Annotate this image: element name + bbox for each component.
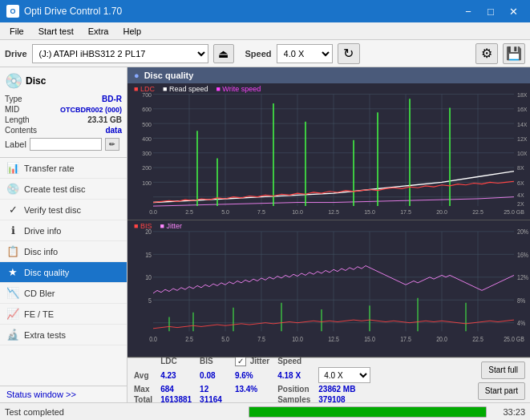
progress-bar-container [249, 406, 488, 418]
label-row: Label ✏ [5, 138, 122, 151]
svg-text:25.0 GB: 25.0 GB [504, 208, 524, 216]
sidebar-item-cd-bler[interactable]: 📉 CD Bler [0, 283, 127, 304]
chart1-legend: ■ LDC ■ Read speed ■ Write speed [134, 85, 261, 93]
status-text: Test completed [5, 407, 242, 417]
svg-text:10X: 10X [517, 150, 527, 158]
ldc-total: 1613881 [159, 394, 198, 402]
svg-text:12.5: 12.5 [328, 336, 339, 344]
svg-text:17.5: 17.5 [400, 336, 411, 344]
status-window-button[interactable]: Status window >> [0, 386, 127, 402]
bis-total: 31164 [198, 394, 229, 402]
sidebar-item-disc-info[interactable]: 📋 Disc info [0, 241, 127, 262]
svg-text:5.0: 5.0 [221, 208, 229, 216]
panel-icon: ● [134, 71, 140, 80]
label-edit-button[interactable]: ✏ [105, 138, 119, 151]
fe-te-label: FE / TE [24, 309, 54, 319]
svg-text:0.0: 0.0 [149, 336, 157, 344]
svg-text:0.0: 0.0 [149, 208, 157, 216]
menu-help[interactable]: Help [116, 25, 148, 38]
position-value: 23862 MB [317, 384, 377, 394]
settings-button[interactable]: ⚙ [475, 43, 498, 64]
type-label: Type [5, 95, 22, 103]
drive-select[interactable]: (J:) ATAPI iHBS312 2 PL17 [32, 44, 208, 63]
sidebar-item-verify-test-disc[interactable]: ✓ Verify test disc [0, 200, 127, 220]
verify-test-disc-icon: ✓ [6, 204, 19, 216]
contents-label: Contents [5, 126, 37, 135]
sidebar-item-disc-quality[interactable]: ★ Disc quality [0, 262, 127, 283]
ldc-max: 684 [159, 384, 198, 394]
menu-file[interactable]: File [3, 25, 30, 38]
start-part-button[interactable]: Start part [478, 382, 525, 400]
svg-text:10.0: 10.0 [292, 208, 303, 216]
jitter-label: Jitter [250, 357, 269, 365]
sidebar-item-fe-te[interactable]: 📈 FE / TE [0, 304, 127, 325]
svg-text:8X: 8X [517, 164, 524, 172]
svg-text:10: 10 [145, 274, 152, 282]
menu-bar: File Start test Extra Help [0, 22, 530, 40]
panel-title: Disc quality [144, 71, 194, 80]
close-button[interactable]: ✕ [503, 2, 524, 20]
app-title: Opti Drive Control 1.70 [24, 6, 122, 17]
samples-label: Samples [276, 394, 317, 402]
menu-extra[interactable]: Extra [82, 25, 115, 38]
samples-value: 379108 [317, 394, 377, 402]
disc-type-row: Type BD-R [5, 95, 122, 103]
sidebar-item-extra-tests[interactable]: 🔬 Extra tests [0, 325, 127, 345]
bis-avg: 0.08 [198, 366, 229, 384]
read-speed-legend: ■ Read speed [163, 85, 208, 93]
progress-bar-fill [249, 407, 487, 417]
bis-legend: ■ BIS [134, 222, 152, 230]
menu-start-test[interactable]: Start test [32, 25, 80, 38]
minimize-button[interactable]: − [458, 2, 479, 20]
svg-text:16X: 16X [517, 106, 527, 114]
mid-value: OTCBDR002 (000) [60, 106, 122, 114]
svg-text:15.0: 15.0 [364, 208, 375, 216]
sidebar-item-create-test-disc[interactable]: 💿 Create test disc [0, 179, 127, 200]
fe-te-icon: 📈 [6, 308, 19, 320]
svg-text:15.0: 15.0 [364, 336, 375, 344]
svg-text:20%: 20% [517, 228, 528, 236]
action-buttons: Start full Start part [478, 361, 525, 400]
disc-title: Disc [26, 75, 46, 87]
svg-text:200: 200 [142, 164, 152, 172]
app-icon: O [6, 5, 19, 18]
svg-text:12X: 12X [517, 135, 527, 143]
svg-text:12.5: 12.5 [328, 208, 339, 216]
status-time: 33:23 [493, 407, 525, 417]
svg-text:5: 5 [148, 297, 152, 305]
svg-text:7.5: 7.5 [257, 336, 265, 344]
maximize-button[interactable]: □ [480, 2, 501, 20]
speed-select[interactable]: 4.0 X 2.0 X 1.0 X [277, 44, 333, 63]
start-full-button[interactable]: Start full [481, 361, 525, 379]
mid-label: MID [5, 105, 19, 114]
svg-text:6X: 6X [517, 179, 524, 187]
svg-text:15: 15 [145, 251, 152, 259]
save-button[interactable]: 💾 [503, 43, 525, 64]
length-value: 23.31 GB [87, 115, 122, 124]
bis-max: 12 [198, 384, 229, 394]
refresh-button[interactable]: ↻ [338, 43, 360, 64]
svg-text:16%: 16% [517, 251, 528, 259]
disc-info-label: Disc info [24, 247, 58, 256]
jitter-avg: 9.6% [229, 366, 276, 384]
label-label: Label [5, 139, 26, 149]
ldc-avg: 4.23 [159, 366, 198, 384]
jitter-legend: ■ Jitter [160, 222, 181, 230]
sidebar-item-drive-info[interactable]: ℹ Drive info [0, 220, 127, 241]
ldc-legend: ■ LDC [134, 85, 155, 93]
position-label: Position [276, 384, 317, 394]
svg-text:8%: 8% [517, 297, 525, 305]
eject-button[interactable]: ⏏ [213, 44, 234, 63]
svg-text:17.5: 17.5 [400, 208, 411, 216]
length-label: Length [5, 115, 30, 124]
create-test-disc-icon: 💿 [6, 183, 19, 195]
label-input[interactable] [30, 138, 102, 151]
svg-text:100: 100 [142, 179, 152, 187]
sidebar-item-transfer-rate[interactable]: 📊 Transfer rate [0, 158, 127, 179]
max-row-label: Max [132, 384, 159, 394]
main-layout: 💿 Disc Type BD-R MID OTCBDR002 (000) Len… [0, 67, 530, 402]
speed-label: Speed [245, 49, 272, 59]
svg-text:20.0: 20.0 [436, 336, 447, 344]
speed-select-bottom[interactable]: 4.0 X [318, 367, 370, 383]
bottom-controls: LDC BIS ✓ Jitter Speed Avg 4.23 0.08 9. [127, 357, 530, 402]
